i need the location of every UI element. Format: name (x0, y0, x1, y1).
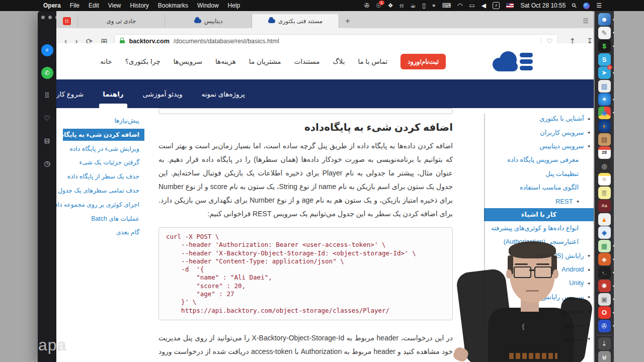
toc-item[interactable]: ◂آشنایی با بکتوری (484, 112, 594, 125)
site-nav-item[interactable]: تماس با ما (358, 57, 387, 65)
grapher-icon[interactable]: ▦ (598, 240, 611, 252)
curl-code-block[interactable]: curl -X POST \ --header 'Authorization: … (158, 227, 453, 320)
menubar-item[interactable]: View (108, 2, 121, 9)
sidenav-item-active[interactable]: اضافه کردن شیء به پایگاه‌داده (63, 129, 144, 141)
video-app-icon[interactable]: ✇ (598, 320, 611, 332)
preview-icon[interactable]: ▧ (598, 80, 611, 93)
menubar-item[interactable]: Help (228, 2, 240, 9)
keyboard-icon[interactable]: ⌨ (442, 3, 451, 9)
site-nav-item[interactable]: مشتریان ما (249, 57, 281, 65)
wifi-icon[interactable]: ◠ (457, 3, 462, 9)
site-nav-item[interactable]: هزینه‌ها (215, 57, 236, 65)
menubar-item[interactable]: Bookmarks (158, 2, 188, 9)
tab-menu-icon[interactable]: ☰ (583, 17, 589, 25)
toc-item[interactable]: ◂سرویس دیتابیس (484, 139, 594, 153)
finder-icon[interactable]: ☻ (598, 13, 611, 26)
messenger-icon[interactable]: ⚡ (41, 44, 53, 56)
screen-record-icon[interactable]: ✇ (364, 3, 369, 9)
sidenav-item[interactable]: ویرایش شیء در پایگاه داده (63, 142, 144, 156)
bookmarks-heart-icon[interactable]: ♡ (41, 112, 53, 124)
iterm-icon[interactable]: ›_ (598, 266, 611, 279)
whatsapp-icon[interactable]: ✆ (41, 67, 53, 79)
firefox-icon[interactable]: ◗ (598, 120, 611, 132)
running-indicator (613, 45, 614, 47)
sidenav-item[interactable]: گرفتن جزئیات یک شیء (63, 156, 144, 170)
site-nav-item[interactable]: بلاگ (333, 57, 345, 65)
screenshot-app-icon[interactable]: ▣ (598, 293, 611, 306)
vlc-icon[interactable]: ▲ (598, 213, 611, 226)
code-editor-icon[interactable]: ◈ (598, 253, 611, 265)
globe-badge-icon[interactable]: ☉3 (376, 3, 381, 9)
menubar-item[interactable]: Opera (43, 2, 61, 9)
stickies-icon[interactable]: ≣ (598, 187, 611, 199)
textedit-icon[interactable]: ✎ (598, 27, 611, 39)
ssl-vpn-icon[interactable]: ✺ (598, 280, 611, 292)
toc-item[interactable]: انواع داده‌ها و کوئری‌های پیشرفته (484, 221, 594, 235)
us-flag-icon[interactable] (506, 3, 514, 8)
notification-center-icon[interactable]: ☰ (596, 3, 602, 9)
terminal-icon[interactable]: $ (598, 40, 611, 52)
siri-icon[interactable] (583, 3, 590, 9)
toc-item[interactable]: ◂سرویس کاربران (484, 125, 594, 139)
airplay-icon[interactable]: ▭ (469, 3, 474, 9)
calendar-icon[interactable]: 28 (598, 146, 611, 159)
site-nav-item[interactable]: خانه (100, 57, 112, 65)
cloud-favicon (268, 19, 275, 23)
history-icon[interactable]: ◷ (41, 157, 53, 169)
safari-icon[interactable]: ✦ (598, 93, 611, 106)
minimize-window-icon[interactable] (48, 16, 52, 19)
tab-active[interactable]: مستند فنی بکتوری (252, 14, 339, 28)
toc-item[interactable]: الگوی مناسب استفاده (484, 180, 594, 194)
crosshair-icon[interactable]: ⌖ (432, 3, 436, 9)
new-tab-button[interactable]: + (339, 14, 356, 28)
toc-item[interactable]: معرفی سرویس پایگاه داده (484, 153, 594, 166)
site-nav-item[interactable]: سرویس‌ها (174, 57, 202, 65)
downloads-icon[interactable]: ⇣ (598, 337, 611, 350)
subnav-item[interactable]: شروع کار (56, 79, 84, 108)
phone-icon[interactable]: ▯ (422, 3, 426, 9)
dictionary-icon[interactable]: Aa (598, 200, 611, 212)
menubar-item[interactable]: History (130, 2, 149, 9)
volume-icon[interactable]: ◀ (481, 3, 486, 9)
backtory-logo-icon[interactable] (490, 48, 534, 75)
personal-news-icon[interactable]: ⊟ (41, 135, 53, 147)
menubar-item[interactable]: File (70, 2, 79, 9)
opera-icon[interactable]: O (598, 306, 611, 319)
menubar-clock[interactable]: Sat Oct 28 10:55 (520, 2, 566, 9)
chrome-icon[interactable]: ◉ (598, 107, 611, 119)
trash-icon[interactable]: ⊎ (598, 351, 611, 362)
signup-login-button[interactable]: ثبت‌نام/ورود (400, 54, 446, 69)
subnav-item[interactable]: ویدئو آموزشی (143, 79, 183, 108)
battery-icon[interactable]: ⚡ (493, 2, 500, 9)
sidenav-item[interactable]: حذف تمامی سطرهای یک جدول (63, 184, 144, 198)
toc-item[interactable]: ◂REST (484, 194, 594, 208)
menubar-item[interactable]: Window (197, 2, 219, 9)
bell-icon[interactable]: ⍾ (400, 3, 404, 9)
sidenav-item[interactable]: اجرای کوئری بر روی مجموعه داده‌ها (63, 198, 144, 212)
sidenav-item[interactable]: پیش‌نیازها (63, 114, 144, 128)
menubar-item[interactable]: Edit (89, 2, 99, 9)
preferences-icon[interactable]: ◎ (598, 160, 611, 172)
skype-icon[interactable]: S (598, 53, 611, 66)
subnav-item[interactable]: پروژه‌های نمونه (201, 79, 245, 108)
notes-icon[interactable]: ≡ (598, 173, 611, 186)
site-nav-item[interactable]: چرا بکتوری؟ (125, 57, 160, 65)
toc-item[interactable]: تنظیمات پنل (484, 167, 594, 180)
sidenav-item[interactable]: عملیات های Batch (63, 212, 144, 226)
virtualbox-icon[interactable]: ◆ (598, 226, 611, 239)
dropbox-icon[interactable]: ❖ (388, 3, 393, 9)
sidenav-item[interactable]: حذف یک سطر از پایگاه داده (63, 169, 144, 184)
sidenav-item[interactable]: گام بعدی (63, 226, 144, 240)
close-window-icon[interactable] (41, 16, 45, 19)
speed-dial-tab[interactable]: ∷ (56, 14, 78, 28)
contacts-icon[interactable]: ▤ (598, 133, 611, 146)
telegram-icon[interactable]: ➤3 (598, 66, 611, 79)
toc-item-active[interactable]: کار با اشیاء (484, 208, 594, 221)
caffeine-icon[interactable]: ☕ (411, 3, 416, 9)
subnav-item[interactable]: راهنما (103, 79, 123, 108)
tab[interactable]: جادی تی وی (78, 14, 165, 28)
site-nav-item[interactable]: مستندات (294, 57, 320, 65)
tab[interactable]: دیتابیس (165, 14, 252, 28)
speed-dial-icon[interactable]: ⠿ (41, 89, 53, 102)
spotlight-icon[interactable]: ⚲ (571, 2, 578, 10)
